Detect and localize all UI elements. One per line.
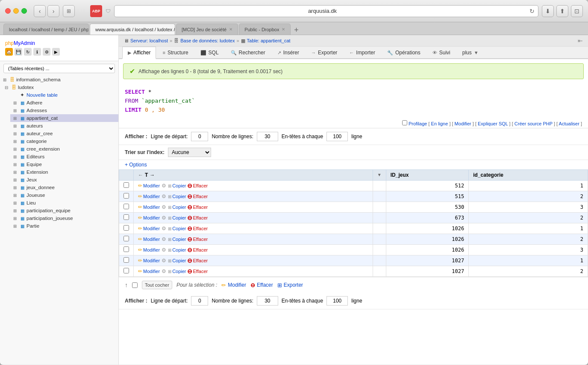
sidebar-item-appartient-cat[interactable]: ⊞ ▦ appartient_cat (10, 114, 118, 122)
refresh-icon[interactable]: ↻ (24, 48, 32, 56)
sidebar-item-ludotex[interactable]: ⊟ 🗄 ludotex (2, 83, 118, 91)
row-checkbox[interactable] (123, 225, 129, 231)
sidebar-item-adresses[interactable]: ⊞ ▦ Adresses (10, 107, 118, 114)
effacer-link-row[interactable]: ⊖ Effacer (187, 246, 208, 253)
breadcrumb-database[interactable]: Base de données: ludotex (180, 38, 235, 43)
minimize-button[interactable] (13, 8, 19, 14)
close-button[interactable] (5, 8, 11, 14)
effacer-link-row[interactable]: ⊖ Effacer (187, 225, 208, 232)
effacer-link-row[interactable]: ⊖ Effacer (187, 236, 208, 243)
db-icon[interactable]: 💾 (15, 48, 22, 56)
copier-link-row[interactable]: ⊞ Copier (168, 258, 186, 263)
row-checkbox[interactable] (123, 268, 129, 273)
row-checkbox[interactable] (123, 236, 129, 241)
sidebar-item-editeurs[interactable]: ⊞ ▦ Editeurs (10, 153, 118, 160)
forward-button[interactable]: › (47, 5, 59, 17)
sidebar-item-auteurs[interactable]: ⊞ ▦ auteurs (10, 122, 118, 130)
tab-inserer[interactable]: ↗ Insérer (272, 47, 305, 58)
row-checkbox[interactable] (123, 204, 129, 209)
modifier-link-row[interactable]: ✏ Modifier (138, 268, 160, 274)
more-button[interactable]: ⊡ (571, 5, 583, 17)
copier-link-row[interactable]: ⊞ Copier (168, 205, 186, 210)
th-id-jeux[interactable]: ID_jeux (386, 170, 469, 181)
nombre-lignes-input[interactable] (257, 132, 278, 141)
sidebar-item-partie[interactable]: ⊞ ▦ Partie (10, 222, 118, 230)
modifier-link-row[interactable]: ✏ Modifier (138, 226, 160, 231)
ligne-depart-input[interactable] (191, 132, 208, 141)
console-icon[interactable]: ▶ (52, 48, 60, 56)
profilage-checkbox[interactable] (402, 120, 407, 125)
tab-exporter[interactable]: → Exporter (306, 47, 343, 58)
tab-4-close[interactable]: ✕ (282, 27, 285, 32)
new-tab-button[interactable]: + (291, 25, 301, 35)
sort-select[interactable]: Aucune PRIMARY (168, 148, 211, 157)
effacer-link-row[interactable]: ⊖ Effacer (187, 182, 208, 189)
sidebar-item-auteur-cree[interactable]: ⊞ ▦ auteur_cree (10, 130, 118, 137)
collapse-sidebar-icon[interactable]: ⇤ (578, 37, 583, 44)
tab-sql[interactable]: ⬛ SQL (195, 47, 224, 58)
sidebar-item-nouvelle-table[interactable]: ✦ Nouvelle table (10, 91, 118, 99)
modifier-link-row[interactable]: ✏ Modifier (138, 204, 160, 210)
breadcrumb-table[interactable]: Table: appartient_cat (247, 38, 291, 43)
modifier-link-row[interactable]: ✏ Modifier (138, 236, 160, 242)
bottom-modifier[interactable]: ✏ Modifier (221, 282, 246, 288)
download-button[interactable]: ⬇ (542, 5, 554, 17)
home-icon[interactable]: 🏠 (5, 48, 13, 56)
tab-plus[interactable]: plus ▼ (457, 47, 484, 58)
copier-link-row[interactable]: ⊞ Copier (168, 183, 186, 188)
row-checkbox[interactable] (123, 193, 129, 199)
copier-link-row[interactable]: ⊞ Copier (168, 226, 186, 231)
sidebar-item-jeux[interactable]: ⊞ ▦ Jeux (10, 176, 118, 184)
sidebar-item-jeux-donnee[interactable]: ⊞ ▦ jeux_donnee (10, 184, 118, 191)
row-checkbox[interactable] (123, 214, 129, 220)
tout-cocher-button[interactable]: Tout cocher (142, 281, 172, 289)
copier-link-row[interactable]: ⊞ Copier (168, 247, 186, 252)
actualiser-link[interactable]: Actualiser (559, 121, 579, 126)
en-ligne-link[interactable]: En ligne (431, 121, 448, 126)
bottom-exporter[interactable]: ⊞ Exporter (277, 282, 303, 288)
window-view-button[interactable]: ⊞ (63, 5, 75, 17)
breadcrumb-server[interactable]: Serveur: localhost (130, 38, 168, 43)
tab-rechercher[interactable]: 🔍 Rechercher (225, 47, 271, 58)
sidebar-item-participation-joueuse[interactable]: ⊞ ▦ participation_joueuse (10, 214, 118, 222)
share-button[interactable]: ⬆ (556, 5, 568, 17)
modifier-link[interactable]: Modifier (455, 121, 471, 126)
en-tetes-input-bottom[interactable] (326, 296, 348, 306)
sidebar-item-extension[interactable]: ⊞ ▦ Extension (10, 168, 118, 176)
sidebar-item-joueuse[interactable]: ⊞ ▦ Joueuse (10, 191, 118, 199)
modifier-link-row[interactable]: ✏ Modifier (138, 193, 160, 199)
ligne-depart-input-bottom[interactable] (191, 296, 208, 306)
sidebar-item-information-schema[interactable]: ⊞ 🗄 information_schema (0, 76, 118, 83)
sidebar-item-cree-extension[interactable]: ⊞ ▦ cree_extension (10, 145, 118, 153)
browser-tab-1[interactable]: localhost / localhost / temp / JEU / php… (3, 24, 89, 35)
expliquer-sql-link[interactable]: Expliquer SQL (478, 121, 508, 126)
db-selector[interactable]: (Tables récentes) ... (3, 64, 115, 73)
nombre-lignes-input-bottom[interactable] (257, 296, 278, 306)
creer-source-php-link[interactable]: Créer source PHP (514, 121, 553, 126)
tab-importer[interactable]: ← Importer (344, 47, 381, 58)
effacer-link-row[interactable]: ⊖ Effacer (187, 214, 208, 221)
modifier-link-row[interactable]: ✏ Modifier (138, 258, 160, 264)
tab-operations[interactable]: 🔧 Opérations (382, 47, 426, 58)
row-checkbox[interactable] (123, 182, 129, 188)
info-icon[interactable]: ℹ (33, 48, 41, 56)
row-checkbox[interactable] (123, 257, 129, 263)
tab-3-close[interactable]: ✕ (229, 27, 232, 32)
effacer-link-row[interactable]: ⊖ Effacer (187, 268, 208, 275)
sidebar-item-adhere[interactable]: ⊞ ▦ Adhere (10, 99, 118, 107)
browser-tab-3[interactable]: [MCD] Jeu de société ✕ (176, 24, 238, 35)
address-bar[interactable]: arquusia.dk ↻ (114, 5, 538, 17)
copier-link-row[interactable]: ⊞ Copier (168, 237, 186, 242)
copier-link-row[interactable]: ⊞ Copier (168, 269, 186, 274)
options-link[interactable]: + Options (119, 160, 588, 169)
sidebar-item-participation-equipe[interactable]: ⊞ ▦ participation_equipe (10, 207, 118, 214)
tab-suivi[interactable]: 👁 Suivi (427, 47, 456, 58)
sidebar-item-equipe[interactable]: ⊞ ▦ Equipe (10, 160, 118, 168)
browser-tab-4[interactable]: Public - Dropbox ✕ (239, 24, 291, 35)
bottom-effacer[interactable]: ⊖ Effacer (250, 282, 273, 288)
effacer-link-row[interactable]: ⊖ Effacer (187, 257, 208, 264)
settings-icon[interactable]: ⚙ (43, 48, 50, 56)
check-all-checkbox[interactable] (132, 282, 138, 288)
sidebar-item-categorie[interactable]: ⊞ ▦ categorie (10, 137, 118, 145)
row-checkbox[interactable] (123, 246, 129, 252)
